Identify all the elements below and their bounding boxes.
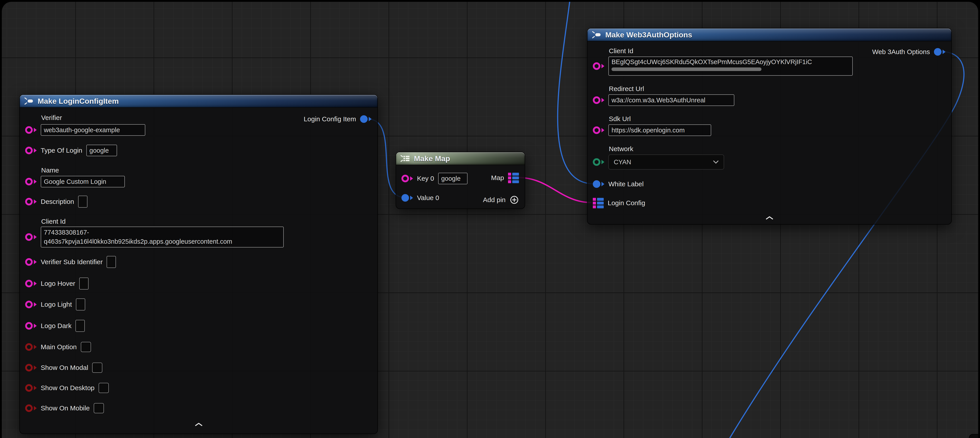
string-pin-logo-hover[interactable]	[25, 280, 37, 287]
client-id-row: 774338308167- q463s7kpvja16l4l0kko3nb925…	[25, 226, 284, 247]
network-label: Network	[609, 145, 633, 153]
network-dropdown[interactable]: CYAN	[608, 154, 724, 170]
show-on-desktop-label: Show On Desktop	[41, 384, 95, 392]
description-label: Description	[41, 198, 74, 205]
node-make-web3authoptions[interactable]: Make Web3AuthOptions Client Id BEglQSgt4…	[587, 28, 952, 225]
string-pin-client-id[interactable]	[593, 62, 605, 70]
node-title: Make Map	[414, 154, 450, 163]
name-input[interactable]: Google Custom Login	[41, 176, 125, 187]
show-on-mobile-row: Show On Mobile	[25, 402, 104, 414]
logo-dark-input[interactable]	[75, 320, 85, 332]
node-header[interactable]: Make Web3AuthOptions	[587, 29, 951, 41]
string-pin-key0[interactable]	[401, 175, 413, 182]
bool-pin-main-option[interactable]	[25, 343, 37, 351]
main-option-row: Main Option	[25, 341, 91, 353]
client-id-input[interactable]: 774338308167- q463s7kpvja16l4l0kko3nb925…	[41, 226, 284, 247]
login-config-label: Login Config	[608, 199, 645, 207]
logo-light-input[interactable]	[76, 298, 85, 311]
collapse-node-chevron-icon[interactable]	[194, 422, 203, 427]
string-pin-verifier[interactable]	[25, 126, 37, 134]
verifier-row: web3auth-google-example	[25, 124, 145, 136]
make-map-icon	[400, 154, 410, 163]
client-id-row: BEglQSgt4cUWcj6SKRdu5QkOXTsePmMcusG5EAoy…	[593, 57, 853, 76]
sdk-url-input[interactable]: https://sdk.openlogin.com	[608, 124, 711, 136]
logo-light-row: Logo Light	[25, 298, 85, 311]
client-id-input[interactable]: BEglQSgt4cUWcj6SKRdu5QkOXTsePmMcusG5EAoy…	[608, 57, 853, 76]
map-output-row: Map	[491, 172, 519, 184]
client-id-label: Client Id	[41, 218, 66, 225]
enum-pin-network[interactable]	[593, 158, 605, 166]
verifier-sub-label: Verifier Sub Identifier	[41, 258, 103, 266]
show-on-modal-label: Show On Modal	[41, 364, 88, 371]
redirect-url-label: Redirect Url	[609, 85, 644, 92]
string-pin-logo-dark[interactable]	[25, 322, 37, 330]
add-pin-label: Add pin	[483, 196, 506, 204]
sdk-url-row: https://sdk.openlogin.com	[593, 124, 711, 137]
client-id-scrollbar[interactable]	[611, 67, 850, 71]
show-on-modal-row: Show On Modal	[25, 362, 102, 374]
string-pin-logo-light[interactable]	[25, 301, 37, 308]
redirect-url-row: w3a://com.w3a.Web3AuthUnreal	[593, 94, 734, 107]
white-label-label: White Label	[608, 180, 644, 188]
struct-pin-value0[interactable]	[401, 194, 413, 202]
client-id-label: Client Id	[609, 47, 633, 55]
struct-pin-login-config-item-output[interactable]	[360, 115, 372, 123]
logo-hover-input[interactable]	[79, 277, 89, 290]
map-pin-icon[interactable]	[508, 173, 519, 183]
redirect-url-input[interactable]: w3a://com.w3a.Web3AuthUnreal	[608, 94, 734, 106]
node-header[interactable]: Make Map	[396, 152, 525, 165]
description-input[interactable]	[78, 196, 88, 208]
string-pin-type-of-login[interactable]	[25, 147, 37, 154]
node-header[interactable]: Make LoginConfigItem	[20, 95, 377, 108]
show-on-mobile-label: Show On Mobile	[41, 405, 90, 412]
node-title: Make Web3AuthOptions	[605, 30, 692, 39]
key0-row: Key 0 google	[401, 172, 468, 185]
make-struct-icon	[592, 30, 602, 39]
add-pin-row[interactable]: Add pin	[483, 194, 519, 206]
value0-label: Value 0	[417, 194, 439, 202]
string-pin-description[interactable]	[25, 198, 37, 205]
network-row: CYAN	[593, 154, 724, 170]
offscreen-node-corner[interactable]	[969, 434, 978, 438]
show-on-modal-checkbox[interactable]	[92, 363, 102, 373]
verifier-input[interactable]: web3auth-google-example	[41, 124, 145, 136]
show-on-mobile-checkbox[interactable]	[94, 403, 104, 413]
description-row: Description	[25, 196, 88, 208]
string-pin-sdk-url[interactable]	[593, 126, 605, 134]
web3auth-options-output-label: Web 3Auth Options	[872, 48, 930, 56]
type-of-login-input[interactable]: google	[86, 145, 117, 156]
struct-pin-white-label[interactable]	[593, 180, 605, 188]
collapse-node-chevron-icon[interactable]	[765, 216, 774, 220]
string-pin-name[interactable]	[25, 178, 37, 185]
verifier-sub-input[interactable]	[107, 256, 116, 268]
logo-hover-row: Logo Hover	[25, 277, 89, 290]
value0-row: Value 0	[401, 192, 439, 204]
map-output-label: Map	[491, 174, 504, 182]
string-pin-redirect-url[interactable]	[593, 96, 605, 104]
bool-pin-show-on-desktop[interactable]	[25, 384, 37, 392]
verifier-label: Verifier	[41, 114, 62, 121]
graph-panel[interactable]: Make LoginConfigItem Verifier web3auth-g…	[2, 2, 978, 438]
add-pin-icon[interactable]	[509, 195, 519, 204]
white-label-row: White Label	[593, 178, 644, 190]
bool-pin-show-on-mobile[interactable]	[25, 405, 37, 412]
node-title: Make LoginConfigItem	[38, 97, 119, 105]
logo-dark-label: Logo Dark	[41, 322, 72, 330]
node-make-loginconfigitem[interactable]: Make LoginConfigItem Verifier web3auth-g…	[19, 94, 378, 434]
login-config-item-output-row: Login Config Item	[304, 113, 372, 125]
name-label: Name	[41, 166, 59, 174]
show-on-desktop-checkbox[interactable]	[99, 383, 109, 393]
make-struct-icon	[24, 97, 34, 105]
show-on-desktop-row: Show On Desktop	[25, 382, 109, 394]
string-pin-verifier-sub[interactable]	[25, 258, 37, 266]
main-option-checkbox[interactable]	[81, 342, 91, 352]
node-make-map[interactable]: Make Map Key 0 google Value 0 Map Add pi…	[396, 152, 525, 209]
string-pin-client-id[interactable]	[25, 233, 37, 241]
type-of-login-row: Type Of Login google	[25, 144, 117, 157]
key0-input[interactable]: google	[438, 173, 468, 184]
logo-light-label: Logo Light	[41, 301, 72, 308]
bool-pin-show-on-modal[interactable]	[25, 364, 37, 371]
login-config-map-pin-icon[interactable]	[593, 198, 604, 208]
struct-pin-web3auth-options-output[interactable]	[934, 48, 945, 56]
verifier-sub-row: Verifier Sub Identifier	[25, 256, 116, 268]
